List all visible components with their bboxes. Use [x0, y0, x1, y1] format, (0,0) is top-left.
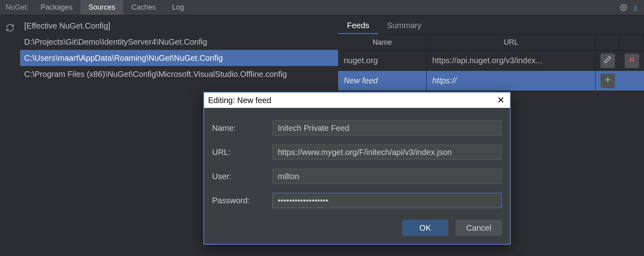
- name-input[interactable]: [272, 120, 502, 136]
- feed-name-cell: New feed: [338, 71, 427, 91]
- refresh-icon: [6, 23, 14, 34]
- tab-summary[interactable]: Summary: [378, 18, 431, 34]
- pencil-icon: [604, 56, 612, 66]
- dialog-title-text: Editing: New feed: [208, 96, 271, 105]
- cancel-button[interactable]: Cancel: [456, 220, 502, 236]
- feed-row[interactable]: New feed https://: [338, 71, 644, 91]
- edit-feed-dialog: Editing: New feed ✕ Name: URL: User: Pas…: [203, 92, 511, 245]
- url-input[interactable]: [272, 145, 502, 160]
- edit-feed-button[interactable]: [601, 54, 615, 68]
- feed-name-cell: nuget.org: [338, 51, 427, 70]
- feed-tabs: Feeds Summary: [338, 18, 644, 35]
- toolbar-title: NuGet:: [2, 0, 33, 15]
- delete-feed-button[interactable]: [625, 54, 639, 68]
- feed-row[interactable]: nuget.org https://api.nuget.org/v3/index…: [338, 51, 644, 71]
- add-feed-button[interactable]: [601, 74, 615, 88]
- ok-button[interactable]: OK: [402, 220, 448, 236]
- plus-icon: [604, 76, 612, 86]
- user-label: User:: [212, 172, 272, 181]
- download-icon: [632, 4, 639, 11]
- tab-feeds[interactable]: Feeds: [338, 18, 378, 34]
- feed-url-cell: https://api.nuget.org/v3/index...: [427, 51, 596, 70]
- left-gutter: [0, 15, 20, 256]
- feed-table-header: Name URL: [338, 35, 644, 51]
- config-file-item[interactable]: D:\Projects\Git\Demo\IdentityServer4\NuG…: [20, 34, 338, 50]
- password-input[interactable]: [272, 193, 502, 208]
- close-icon: ✕: [497, 95, 504, 105]
- config-file-item[interactable]: [Effective NuGet.Config]: [20, 18, 338, 34]
- dialog-button-row: OK Cancel: [204, 213, 510, 244]
- dialog-titlebar: Editing: New feed ✕: [204, 93, 510, 108]
- tab-packages[interactable]: Packages: [33, 0, 80, 15]
- gear-icon: [620, 4, 627, 11]
- top-toolbar: NuGet: Packages Sources Caches Log: [0, 0, 644, 15]
- download-button[interactable]: [630, 0, 642, 15]
- tab-log[interactable]: Log: [164, 0, 192, 15]
- delete-icon: [628, 56, 636, 66]
- dialog-body: Name: URL: User: Password:: [204, 108, 510, 213]
- feed-url-cell: https://: [427, 71, 596, 91]
- config-file-item[interactable]: C:\Program Files (x86)\NuGet\Config\Micr…: [20, 66, 338, 82]
- user-input[interactable]: [272, 169, 502, 184]
- tab-sources[interactable]: Sources: [80, 0, 123, 15]
- svg-point-0: [623, 6, 625, 8]
- refresh-button[interactable]: [4, 23, 16, 35]
- name-label: Name:: [212, 124, 272, 133]
- settings-button[interactable]: [617, 0, 630, 15]
- password-label: Password:: [212, 196, 272, 205]
- url-label: URL:: [212, 148, 272, 157]
- tab-caches[interactable]: Caches: [123, 0, 164, 15]
- config-file-item[interactable]: C:\Users\maart\AppData\Roaming\NuGet\NuG…: [20, 50, 338, 66]
- column-header-url: URL: [427, 35, 596, 50]
- dialog-close-button[interactable]: ✕: [491, 93, 510, 108]
- column-header-name: Name: [338, 35, 427, 50]
